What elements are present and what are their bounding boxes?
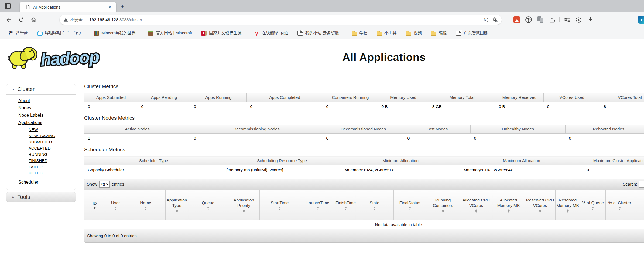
picture-extension-button[interactable] (513, 16, 521, 24)
applications-column-header[interactable]: % of Cluster (606, 190, 634, 220)
applications-column-header[interactable]: Name (126, 190, 166, 220)
metrics-column-header: Unhealthy Nodes (471, 125, 566, 134)
bookmark-item[interactable]: 哔哩哔哩 ( ゜- ゜)つ... (37, 31, 84, 36)
read-aloud-button[interactable]: A (481, 15, 490, 24)
applications-column-header[interactable]: FinalStatus (394, 190, 426, 220)
column-label: StartTime (271, 200, 289, 206)
notes-extension-button[interactable] (536, 16, 544, 24)
downloads-button[interactable] (586, 16, 594, 24)
applications-column-header[interactable]: Application Type (166, 190, 188, 220)
applications-column-header[interactable]: FinishTime (336, 190, 355, 220)
palm-tree-extension-button[interactable] (525, 16, 533, 24)
sidebar-state-link[interactable]: ACCEPTED (29, 146, 51, 150)
edge-sidebar-button[interactable]: e (638, 15, 644, 24)
edge-e-icon: e (638, 16, 644, 24)
cluster-nav-header[interactable]: ▾ Cluster (6, 84, 76, 95)
metrics-column-header: Memory Used (378, 93, 429, 102)
svg-text:hadoop: hadoop (40, 47, 100, 69)
sort-icon (592, 207, 594, 210)
page-size-select[interactable]: 20 (99, 181, 110, 188)
applications-column-header[interactable]: Allocated Memory MB (492, 190, 525, 220)
column-label: Application Type (166, 197, 187, 208)
applications-column-header[interactable]: State (355, 190, 394, 220)
hadoop-logo: hadoop (0, 43, 124, 71)
node-count-link[interactable]: 0 (326, 136, 329, 140)
bookmark-item[interactable]: 编程 (431, 31, 447, 36)
sidebar-state-link[interactable]: NEW (29, 127, 38, 132)
back-button[interactable] (4, 15, 13, 24)
bookmark-label: 视频 (414, 31, 422, 36)
sort-icon (317, 207, 319, 210)
bookmark-item[interactable]: 我的小站-云盘资源... (297, 31, 342, 36)
bookmark-item[interactable]: 视频 (406, 31, 422, 36)
search-input[interactable] (639, 181, 644, 188)
node-count-link[interactable]: 0 (407, 136, 410, 140)
node-count-link[interactable]: 0 (569, 136, 571, 140)
sidebar-state-link[interactable]: NEW_SAVING (29, 133, 55, 138)
applications-column-header[interactable]: ID (84, 190, 105, 220)
metrics-column-header: Memory Total (429, 93, 495, 102)
cluster-header-label: Cluster (18, 86, 35, 92)
sort-icon (243, 209, 245, 213)
sidebar-state-link[interactable]: SUBMITTED (29, 140, 52, 144)
metrics-column-header: Apps Pending (138, 93, 190, 102)
applications-column-header[interactable]: Application Priority (228, 190, 260, 220)
hadoop-wordmark: hadoop (39, 44, 124, 71)
applications-table: ID User (84, 190, 644, 229)
sidebar-state-link[interactable]: KILLED (29, 171, 43, 175)
sidebar-state-link[interactable]: FAILED (29, 164, 43, 169)
cluster-nodes-metrics-heading: Cluster Nodes Metrics (84, 115, 644, 121)
applications-column-header[interactable]: % of Queue (580, 190, 606, 220)
favorites-button[interactable] (563, 16, 571, 24)
bookmark-item[interactable]: 在线翻译_有道 (254, 31, 288, 36)
show-label: Show (87, 182, 97, 187)
sidebar-link[interactable]: About (18, 98, 30, 103)
applications-column-header[interactable]: Reserved Memory MB (556, 190, 580, 220)
node-count-link[interactable]: 0 (474, 136, 477, 140)
bookmark-item[interactable]: Minecraft(我的世界... (94, 31, 139, 36)
sort-icon (207, 207, 209, 210)
applications-column-header[interactable]: Queue (188, 190, 228, 220)
sidebar-state-link[interactable]: RUNNING (29, 152, 47, 157)
add-favorite-button[interactable] (490, 15, 499, 24)
tab-close-icon[interactable]: ✕ (107, 4, 113, 11)
metrics-value: 0 B (495, 102, 544, 111)
applications-column-header[interactable]: Progress (634, 190, 644, 220)
applications-column-header[interactable]: Reserved CPU VCores (525, 190, 556, 220)
new-tab-button[interactable]: + (119, 3, 126, 10)
bookmark-item[interactable]: 小工具 (377, 31, 397, 36)
bookmark-item[interactable]: 学校 (352, 31, 368, 36)
sort-icon (475, 209, 477, 213)
tools-nav-header[interactable]: ▸ Tools (6, 192, 76, 202)
bookmark-item[interactable]: 国家开发银行生源... (201, 31, 245, 36)
scheduler-metrics-heading: Scheduler Metrics (84, 147, 644, 153)
address-bar[interactable]: 不安全 192.168.48.128:8088/cluster A (60, 15, 502, 25)
bookmark-item[interactable]: 广东智慧团建 (456, 31, 488, 36)
tab-actions-button[interactable] (5, 3, 11, 9)
history-button[interactable] (574, 16, 583, 24)
applications-column-header[interactable]: User (105, 190, 126, 220)
applications-column-header[interactable]: Allocated CPU VCores (460, 190, 492, 220)
bookmark-item[interactable]: 官方网站 | Minecraft (148, 31, 192, 36)
node-count-link[interactable]: 1 (88, 136, 90, 140)
applications-header-row: ID User (84, 190, 644, 220)
picture-icon (513, 16, 520, 23)
home-button[interactable] (29, 15, 38, 24)
extensions-menu-button[interactable] (548, 16, 556, 24)
sidebar-link-scheduler[interactable]: Scheduler (18, 180, 38, 184)
svg-text:A: A (484, 18, 486, 22)
applications-column-header[interactable]: LaunchTime (300, 190, 336, 220)
sidebar-link[interactable]: Nodes (18, 105, 31, 110)
applications-column-header[interactable]: Running Containers (426, 190, 460, 220)
sidebar-link[interactable]: Node Labels (18, 113, 43, 117)
metrics-value: 0 (247, 102, 323, 111)
node-count-link[interactable]: 0 (194, 136, 196, 140)
sidebar-state-link[interactable]: FINISHED (29, 158, 47, 163)
extension-buttons (511, 15, 596, 24)
bookmark-item[interactable]: 严千屹 (8, 31, 28, 36)
applications-column-header[interactable]: StartTime (260, 190, 300, 220)
refresh-button[interactable] (17, 15, 26, 24)
browser-tab[interactable]: All Applications ✕ (20, 2, 116, 12)
cluster-metrics-table: Apps SubmittedApps PendingApps RunningAp… (84, 93, 644, 111)
sidebar-link[interactable]: Applications (18, 120, 42, 125)
